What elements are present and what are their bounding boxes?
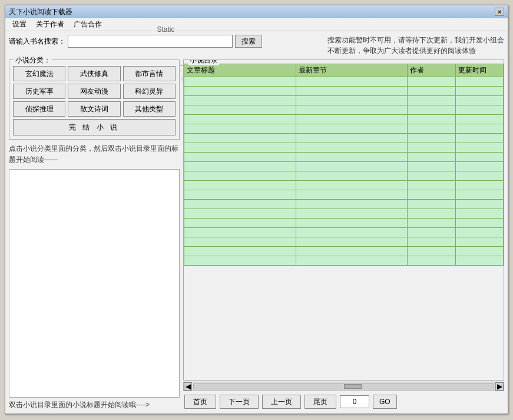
static-label: Static xyxy=(157,25,174,34)
horizontal-scrollbar[interactable]: ◀ ▶ xyxy=(183,382,504,391)
col-title: 文章标题 xyxy=(184,64,296,77)
scroll-thumb xyxy=(344,384,362,389)
title-bar: 天下小说阅读下载器 ✕ xyxy=(5,5,508,18)
scroll-track xyxy=(193,383,494,389)
table-row[interactable] xyxy=(184,124,504,134)
table-row[interactable] xyxy=(184,247,504,256)
table-row[interactable] xyxy=(184,96,504,105)
table-row[interactable] xyxy=(184,162,504,171)
table-wrapper[interactable]: 文章标题 最新章节 作者 更新时间 xyxy=(184,60,504,380)
menu-ads[interactable]: 广告合作 xyxy=(69,18,107,31)
complete-btn[interactable]: 完 结 小 说 xyxy=(13,119,176,135)
table-row[interactable] xyxy=(184,190,504,200)
category-grid: 玄幻魔法 武侠修真 都市言情 历史军事 网友动漫 科幻灵异 侦探推理 散文诗词 … xyxy=(13,66,176,117)
cat-btn-0[interactable]: 玄幻魔法 xyxy=(13,66,65,81)
cat-btn-1[interactable]: 武侠修真 xyxy=(68,66,120,81)
table-row[interactable] xyxy=(184,200,504,209)
table-row[interactable] xyxy=(184,256,504,266)
cat-btn-2[interactable]: 都市言情 xyxy=(123,66,176,81)
cat-btn-3[interactable]: 历史军事 xyxy=(13,84,65,99)
table-row[interactable] xyxy=(184,115,504,124)
cat-btn-4[interactable]: 网友动漫 xyxy=(68,84,120,99)
hint-top: 点击小说分类里面的分类，然后双击小说目录里面的标题开始阅读—— xyxy=(9,143,180,166)
cat-btn-6[interactable]: 侦探推理 xyxy=(13,101,65,117)
menu-about[interactable]: 关于作者 xyxy=(31,18,69,31)
table-row[interactable] xyxy=(184,153,504,162)
table-row[interactable] xyxy=(184,171,504,181)
novel-list-box: 小说目录 文章标题 最新章节 作者 更新时间 xyxy=(183,59,504,381)
right-panel: 小说目录 文章标题 最新章节 作者 更新时间 xyxy=(183,59,504,410)
table-row[interactable] xyxy=(184,219,504,228)
window-title: 天下小说阅读下载器 xyxy=(9,7,72,17)
novel-list-legend: 小说目录 xyxy=(188,59,219,65)
main-window: 天下小说阅读下载器 ✕ 设置 关于作者 广告合作 Static 请输入书名搜索：… xyxy=(5,5,508,414)
preview-box xyxy=(9,169,180,398)
search-label: 请输入书名搜索： xyxy=(9,37,65,47)
pagination: 首页 下一页 上一页 尾页 GO xyxy=(183,393,504,410)
cat-btn-5[interactable]: 科幻灵异 xyxy=(123,84,176,99)
scroll-right-btn[interactable]: ▶ xyxy=(495,382,504,391)
next-page-btn[interactable]: 下一页 xyxy=(220,395,259,409)
table-row[interactable] xyxy=(184,237,504,247)
first-page-btn[interactable]: 首页 xyxy=(184,395,216,409)
category-legend: 小说分类： xyxy=(14,55,52,65)
menu-settings[interactable]: 设置 xyxy=(8,18,31,31)
menu-bar: 设置 关于作者 广告合作 xyxy=(5,18,508,31)
table-row[interactable] xyxy=(184,143,504,153)
prev-page-btn[interactable]: 上一页 xyxy=(262,395,301,409)
search-input[interactable] xyxy=(68,35,233,48)
scroll-left-btn[interactable]: ◀ xyxy=(184,382,192,391)
col-chapter: 最新章节 xyxy=(296,64,408,77)
go-btn[interactable]: GO xyxy=(373,395,397,409)
table-row[interactable] xyxy=(184,209,504,219)
table-row[interactable] xyxy=(184,105,504,115)
col-update: 更新时间 xyxy=(455,64,503,77)
search-row: Static 请输入书名搜索： 搜索 搜索功能暂时不可用，请等待下次更新，我们开… xyxy=(9,35,504,56)
hint-bottom: 双击小说目录里面的小说标题开始阅读哦----> xyxy=(9,400,180,410)
table-row[interactable] xyxy=(184,181,504,190)
search-button[interactable]: 搜索 xyxy=(235,35,262,48)
page-number-input[interactable] xyxy=(340,395,369,408)
close-button[interactable]: ✕ xyxy=(495,8,504,16)
table-row[interactable] xyxy=(184,134,504,143)
cat-btn-8[interactable]: 其他类型 xyxy=(123,101,176,117)
col-author: 作者 xyxy=(408,64,455,77)
table-row[interactable] xyxy=(184,77,504,87)
table-row[interactable] xyxy=(184,228,504,237)
category-box: 小说分类： 玄幻魔法 武侠修真 都市言情 历史军事 网友动漫 科幻灵异 侦探推理… xyxy=(9,59,180,140)
search-notice: 搜索功能暂时不可用，请等待下次更新，我们开发小组会不断更新，争取为广大读者提供更… xyxy=(327,35,504,56)
novel-table: 文章标题 最新章节 作者 更新时间 xyxy=(184,64,504,266)
content-area: Static 请输入书名搜索： 搜索 搜索功能暂时不可用，请等待下次更新，我们开… xyxy=(5,31,508,414)
left-panel: 小说分类： 玄幻魔法 武侠修真 都市言情 历史军事 网友动漫 科幻灵异 侦探推理… xyxy=(9,59,180,410)
cat-btn-7[interactable]: 散文诗词 xyxy=(68,101,120,117)
main-area: 小说分类： 玄幻魔法 武侠修真 都市言情 历史军事 网友动漫 科幻灵异 侦探推理… xyxy=(9,59,504,410)
table-row[interactable] xyxy=(184,87,504,96)
last-page-btn[interactable]: 尾页 xyxy=(305,395,336,409)
